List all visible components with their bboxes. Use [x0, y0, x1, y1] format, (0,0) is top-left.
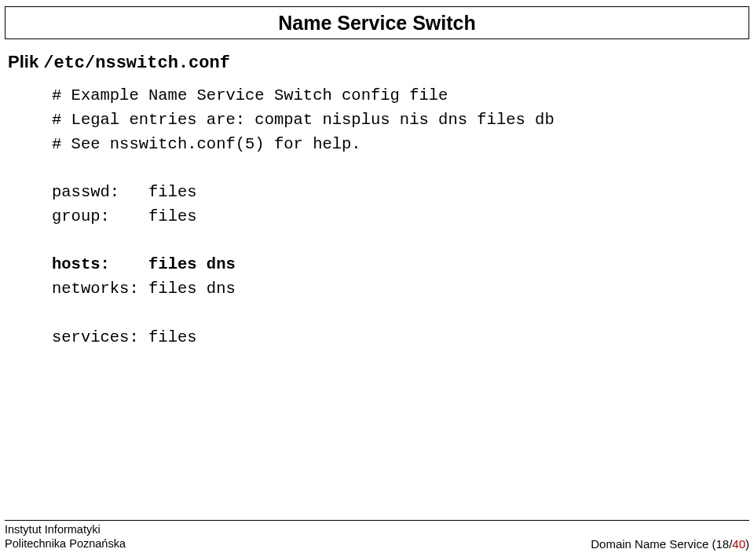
entry-services-key: services: [52, 328, 148, 346]
slide-content: Plik /etc/nsswitch.conf # Example Name S… [5, 47, 749, 350]
entry-networks-val: files dns [148, 280, 236, 298]
code-comment-3: # See nsswitch.conf(5) for help. [52, 135, 361, 153]
config-code-block: # Example Name Service Switch config fil… [52, 84, 746, 350]
entry-hosts-key: hosts: [52, 255, 148, 273]
footer-org-1: Instytut Informatyki [5, 522, 126, 536]
entry-hosts-val: files dns [148, 255, 236, 273]
page-current: 18 [716, 537, 729, 551]
entry-passwd-key: passwd: [52, 183, 148, 201]
footer-left: Instytut Informatyki Politechnika Poznań… [5, 522, 126, 551]
footer-right: Domain Name Service (18/40) [591, 537, 749, 551]
file-path-line: Plik /etc/nsswitch.conf [8, 52, 746, 73]
entry-networks-key: networks: [52, 280, 148, 298]
slide-title: Name Service Switch [278, 12, 476, 35]
entry-group-val: files [148, 207, 197, 225]
file-path: /etc/nsswitch.conf [43, 53, 230, 73]
entry-group-key: group: [52, 207, 148, 225]
slide-footer: Instytut Informatyki Politechnika Poznań… [5, 520, 749, 551]
code-comment-1: # Example Name Service Switch config fil… [52, 86, 448, 104]
entry-services-val: files [148, 328, 197, 346]
entry-passwd-val: files [148, 183, 197, 201]
slide-title-box: Name Service Switch [5, 6, 749, 39]
footer-org-2: Politechnika Poznańska [5, 536, 126, 551]
file-label-prefix: Plik [8, 52, 43, 71]
footer-right-prefix: Domain Name Service ( [591, 537, 716, 551]
footer-right-suffix: ) [745, 537, 749, 551]
page-total: 40 [732, 537, 745, 551]
code-comment-2: # Legal entries are: compat nisplus nis … [52, 111, 555, 129]
